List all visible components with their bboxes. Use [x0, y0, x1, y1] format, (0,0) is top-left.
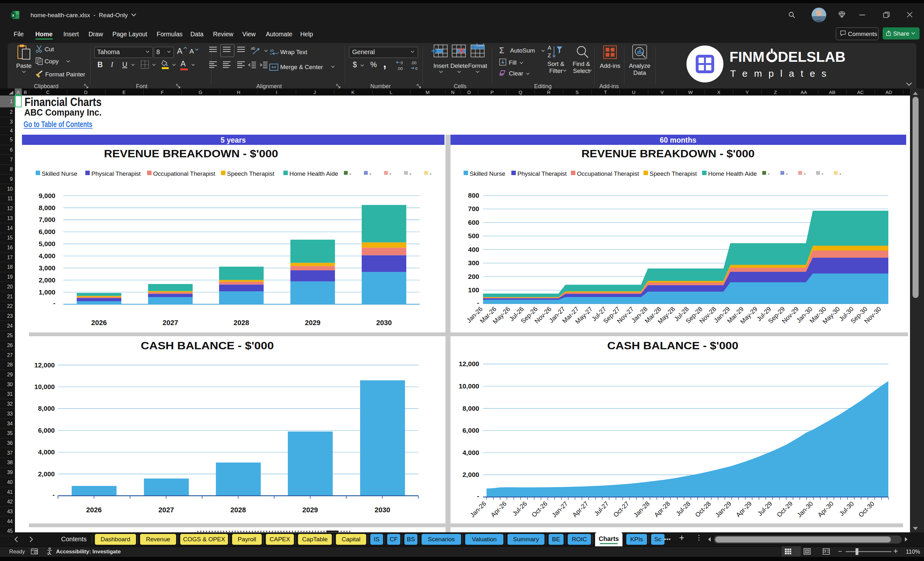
- svg-text:A: A: [548, 45, 552, 51]
- svg-text:700: 700: [468, 205, 479, 212]
- svg-text:.00: .00: [397, 66, 403, 71]
- svg-text:x: x: [12, 13, 14, 18]
- svg-text:2026: 2026: [92, 319, 107, 327]
- svg-text:2,000: 2,000: [39, 276, 56, 284]
- svg-text:-: -: [477, 299, 479, 306]
- svg-text:Jan-29: Jan-29: [714, 500, 733, 519]
- svg-text:Financial Charts: Financial Charts: [24, 96, 102, 109]
- svg-text:8,000: 8,000: [39, 204, 56, 212]
- svg-text:Jan-28: Jan-28: [632, 500, 651, 519]
- svg-text:CASH BALANCE - $'000: CASH BALANCE - $'000: [607, 340, 738, 351]
- svg-text:800: 800: [468, 192, 479, 199]
- svg-text:8,000: 8,000: [38, 405, 55, 412]
- svg-text:5,000: 5,000: [39, 240, 56, 248]
- svg-text:12,000: 12,000: [34, 362, 55, 369]
- svg-text:Speech Therapist: Speech Therapist: [227, 170, 274, 177]
- svg-text:-: -: [52, 491, 55, 498]
- svg-text:DELSLAB: DELSLAB: [778, 49, 846, 65]
- svg-text:Home Health Aide: Home Health Aide: [290, 170, 338, 177]
- svg-text:Apr-27: Apr-27: [571, 500, 590, 518]
- svg-text:Physical Therapist: Physical Therapist: [92, 170, 141, 177]
- svg-text:6,000: 6,000: [38, 427, 55, 434]
- svg-text:FINM: FINM: [729, 49, 765, 65]
- svg-text:-: -: [349, 170, 351, 177]
- svg-text:9,000: 9,000: [39, 192, 56, 199]
- svg-text:Oct-30: Oct-30: [857, 500, 876, 518]
- svg-text:2028: 2028: [231, 506, 246, 514]
- svg-text:0: 0: [415, 66, 417, 71]
- svg-text:4,000: 4,000: [39, 252, 56, 260]
- svg-text:6,000: 6,000: [462, 427, 479, 434]
- svg-text:2030: 2030: [375, 506, 390, 514]
- svg-text:Oct-26: Oct-26: [530, 500, 549, 518]
- svg-text:c: c: [270, 52, 272, 56]
- svg-text:0: 0: [400, 60, 403, 65]
- svg-text:Jul-30: Jul-30: [838, 500, 855, 517]
- svg-text:.00: .00: [411, 60, 417, 65]
- svg-text:-: -: [410, 170, 411, 177]
- svg-text:REVENUE BREAKDOWN - $'000: REVENUE BREAKDOWN - $'000: [581, 148, 754, 159]
- svg-text:Occupational Therapist: Occupational Therapist: [153, 170, 216, 177]
- svg-text:8,000: 8,000: [462, 405, 479, 412]
- svg-text:500: 500: [468, 232, 479, 239]
- svg-text:400: 400: [468, 246, 479, 253]
- svg-text:-: -: [768, 170, 770, 177]
- svg-text:Jul-27: Jul-27: [593, 500, 610, 517]
- svg-text:Skilled Nurse: Skilled Nurse: [470, 170, 505, 177]
- svg-text:2029: 2029: [303, 506, 318, 514]
- svg-text:Apr-29: Apr-29: [735, 500, 753, 518]
- svg-text:6,000: 6,000: [39, 228, 56, 235]
- svg-text:Physical Therapist: Physical Therapist: [518, 170, 567, 177]
- svg-text:Oct-28: Oct-28: [694, 500, 712, 518]
- svg-text:1,000: 1,000: [39, 288, 56, 296]
- svg-text:-: -: [839, 170, 841, 177]
- svg-text:CASH BALANCE - $'000: CASH BALANCE - $'000: [141, 340, 274, 351]
- svg-text:-: -: [477, 492, 479, 500]
- svg-text:REVENUE BREAKDOWN - $'000: REVENUE BREAKDOWN - $'000: [104, 148, 278, 159]
- svg-text:2026: 2026: [86, 506, 102, 514]
- svg-text:Jan-30: Jan-30: [796, 500, 814, 519]
- svg-text:10,000: 10,000: [34, 383, 55, 390]
- svg-text:Jul-26: Jul-26: [511, 500, 528, 517]
- svg-text:200: 200: [468, 273, 479, 280]
- svg-text:Oct-29: Oct-29: [775, 500, 794, 518]
- svg-text:2027: 2027: [159, 506, 174, 514]
- svg-text:-: -: [369, 170, 371, 177]
- svg-text:Jan-26: Jan-26: [469, 500, 488, 519]
- svg-text:Apr-26: Apr-26: [489, 500, 508, 518]
- svg-text:Go to Table of Contents: Go to Table of Contents: [24, 120, 92, 129]
- svg-text:7,000: 7,000: [39, 216, 56, 223]
- svg-text:-: -: [822, 170, 824, 177]
- svg-text:2030: 2030: [376, 319, 392, 327]
- svg-text:Jul-28: Jul-28: [674, 500, 692, 517]
- svg-text:Jan-27: Jan-27: [550, 500, 569, 519]
- svg-text:-: -: [804, 170, 806, 177]
- svg-text:4,000: 4,000: [462, 449, 479, 456]
- svg-text:2,000: 2,000: [38, 470, 55, 478]
- svg-text:ab: ab: [251, 46, 255, 51]
- svg-text:Z: Z: [548, 52, 551, 58]
- svg-text:10,000: 10,000: [459, 382, 479, 390]
- svg-text:-: -: [786, 170, 788, 177]
- svg-text:Oct-27: Oct-27: [612, 500, 630, 518]
- svg-text:Apr-28: Apr-28: [653, 500, 671, 518]
- svg-text:Home Health Aide: Home Health Aide: [708, 170, 757, 177]
- svg-text:2027: 2027: [163, 319, 178, 327]
- svg-text:12,000: 12,000: [459, 360, 479, 368]
- svg-text:4,000: 4,000: [38, 448, 55, 456]
- svg-text:100: 100: [468, 286, 479, 294]
- svg-text:300: 300: [468, 259, 479, 267]
- svg-text:Jul-29: Jul-29: [756, 500, 773, 517]
- svg-text:Apr-30: Apr-30: [816, 500, 835, 518]
- svg-text:2,000: 2,000: [462, 471, 479, 478]
- svg-text:3,000: 3,000: [39, 264, 56, 272]
- svg-text:-: -: [389, 170, 392, 177]
- svg-text:ABC Company Inc.: ABC Company Inc.: [24, 107, 102, 117]
- svg-text:2028: 2028: [234, 319, 249, 327]
- svg-text:-: -: [53, 299, 56, 307]
- svg-text:2029: 2029: [305, 319, 321, 327]
- svg-text:Speech Therapist: Speech Therapist: [650, 170, 697, 177]
- svg-text:Occupational Therapist: Occupational Therapist: [577, 170, 639, 177]
- svg-text:600: 600: [468, 219, 479, 226]
- svg-text:Skilled Nurse: Skilled Nurse: [42, 170, 77, 177]
